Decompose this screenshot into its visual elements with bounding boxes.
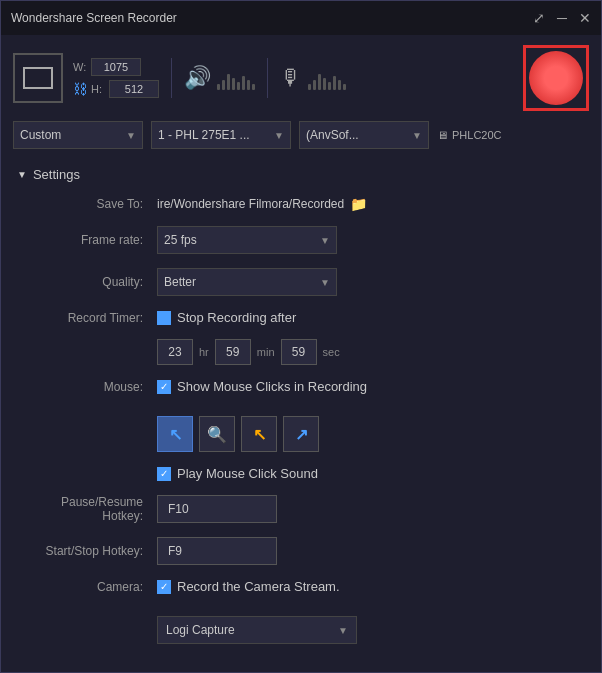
monitor-label: 🖥 PHLC20C bbox=[437, 129, 502, 141]
start-stop-hotkey-text: F9 bbox=[168, 544, 182, 558]
link-icon: ⛓ bbox=[73, 81, 87, 97]
camera-dropdown-arrow: ▼ bbox=[338, 625, 348, 636]
folder-icon[interactable]: 📁 bbox=[350, 196, 367, 212]
show-mouse-clicks-checkbox[interactable]: ✓ bbox=[157, 380, 171, 394]
cursor-btn-2[interactable]: ↖ bbox=[241, 416, 277, 452]
mouse-value: ✓ Show Mouse Clicks in Recording bbox=[157, 379, 585, 394]
cursor-style-value: ↖🔍↖↗ bbox=[157, 408, 585, 452]
quality-row: Quality: Better ▼ bbox=[17, 268, 585, 296]
frame-rate-text: 25 fps bbox=[164, 233, 197, 247]
play-sound-checkbox[interactable]: ✓ bbox=[157, 467, 171, 481]
mic-bars bbox=[308, 66, 346, 90]
resize-button[interactable]: ⤢ bbox=[533, 11, 545, 25]
save-to-label: Save To: bbox=[17, 197, 157, 211]
cursor-icons-row: ↖🔍↖↗ bbox=[157, 416, 319, 452]
volume-bar-4 bbox=[237, 82, 240, 90]
frame-rate-label: Frame rate: bbox=[17, 233, 157, 247]
timer-inputs: hr min sec bbox=[157, 339, 585, 365]
record-timer-value: Stop Recording after bbox=[157, 310, 585, 325]
width-label: W: bbox=[73, 61, 87, 73]
frame-rate-row: Frame rate: 25 fps ▼ bbox=[17, 226, 585, 254]
settings-header[interactable]: ▼ Settings bbox=[17, 167, 585, 182]
timer-inputs-row: hr min sec bbox=[17, 339, 585, 365]
volume-bar-6 bbox=[247, 80, 250, 90]
camera-dropdown[interactable]: Logi Capture ▼ bbox=[157, 616, 357, 644]
record-camera-checkbox[interactable]: ✓ bbox=[157, 580, 171, 594]
height-label: H: bbox=[91, 83, 105, 95]
speaker-icon: 🔊 bbox=[184, 65, 211, 91]
record-camera-checkbox-row: ✓ Record the Camera Stream. bbox=[157, 579, 340, 594]
close-button[interactable]: ✕ bbox=[579, 11, 591, 25]
record-button-container[interactable] bbox=[523, 45, 589, 111]
custom-dropdown-value: Custom bbox=[20, 128, 61, 142]
camera-row: Camera: ✓ Record the Camera Stream. bbox=[17, 579, 585, 594]
monitor-icon: 🖥 bbox=[437, 129, 448, 141]
height-input[interactable] bbox=[109, 80, 159, 98]
show-mouse-clicks-label: Show Mouse Clicks in Recording bbox=[177, 379, 367, 394]
show-mouse-clicks-row: ✓ Show Mouse Clicks in Recording bbox=[157, 379, 367, 394]
audio-section: 🔊 bbox=[184, 65, 255, 91]
quality-text: Better bbox=[164, 275, 196, 289]
pause-hotkey-label: Pause/Resume Hotkey: bbox=[17, 495, 157, 523]
mic-dropdown-arrow: ▼ bbox=[412, 130, 422, 141]
settings-triangle: ▼ bbox=[17, 169, 27, 180]
play-sound-row: ✓ Play Mouse Click Sound bbox=[17, 466, 585, 481]
dropdowns-row: Custom ▼ 1 - PHL 275E1 ... ▼ (AnvSof... … bbox=[1, 121, 601, 159]
mic-dropdown[interactable]: (AnvSof... ▼ bbox=[299, 121, 429, 149]
hr-unit: hr bbox=[199, 346, 209, 358]
monitor-name: PHLC20C bbox=[452, 129, 502, 141]
stop-recording-checkbox-row: Stop Recording after bbox=[157, 310, 296, 325]
quality-value: Better ▼ bbox=[157, 268, 585, 296]
camera-value: ✓ Record the Camera Stream. bbox=[157, 579, 585, 594]
pause-hotkey-display[interactable]: F10 bbox=[157, 495, 277, 523]
pause-hotkey-value: F10 bbox=[157, 495, 585, 523]
record-area-icon bbox=[23, 67, 53, 89]
pause-hotkey-text: F10 bbox=[168, 502, 189, 516]
mouse-row: Mouse: ✓ Show Mouse Clicks in Recording bbox=[17, 379, 585, 394]
mic-icon: 🎙 bbox=[280, 65, 302, 91]
volume-bar-5 bbox=[242, 76, 245, 90]
record-camera-label: Record the Camera Stream. bbox=[177, 579, 340, 594]
mouse-label: Mouse: bbox=[17, 380, 157, 394]
save-to-path: ire/Wondershare Filmora/Recorded bbox=[157, 197, 344, 211]
mic-dropdown-value: (AnvSof... bbox=[306, 128, 359, 142]
cursor-style-row: ↖🔍↖↗ bbox=[17, 408, 585, 452]
camera-label: Camera: bbox=[17, 580, 157, 594]
custom-dropdown[interactable]: Custom ▼ bbox=[13, 121, 143, 149]
volume-bar-2 bbox=[227, 74, 230, 90]
window-title: Wondershare Screen Recorder bbox=[11, 11, 177, 25]
height-row: ⛓ H: bbox=[73, 80, 159, 98]
quality-dropdown[interactable]: Better ▼ bbox=[157, 268, 337, 296]
save-to-value: ire/Wondershare Filmora/Recorded 📁 bbox=[157, 196, 585, 212]
record-button[interactable] bbox=[529, 51, 583, 105]
stop-recording-checkbox[interactable] bbox=[157, 311, 171, 325]
width-input[interactable] bbox=[91, 58, 141, 76]
width-row: W: bbox=[73, 58, 159, 76]
frame-rate-dropdown[interactable]: 25 fps ▼ bbox=[157, 226, 337, 254]
settings-section: ▼ Settings Save To: ire/Wondershare Film… bbox=[1, 159, 601, 672]
audio-dropdown[interactable]: 1 - PHL 275E1 ... ▼ bbox=[151, 121, 291, 149]
volume-bar-7 bbox=[343, 84, 346, 90]
record-timer-row: Record Timer: Stop Recording after bbox=[17, 310, 585, 325]
settings-label: Settings bbox=[33, 167, 80, 182]
minimize-button[interactable]: ─ bbox=[557, 11, 567, 25]
record-area-button[interactable] bbox=[13, 53, 63, 103]
volume-bars bbox=[217, 66, 255, 90]
start-stop-hotkey-row: Start/Stop Hotkey: F9 bbox=[17, 537, 585, 565]
volume-bar-4 bbox=[328, 82, 331, 90]
cursor-btn-0[interactable]: ↖ bbox=[157, 416, 193, 452]
hours-input[interactable] bbox=[157, 339, 193, 365]
dimension-box: W: ⛓ H: bbox=[73, 58, 159, 98]
volume-bar-0 bbox=[217, 84, 220, 90]
sec-unit: sec bbox=[323, 346, 340, 358]
seconds-input[interactable] bbox=[281, 339, 317, 365]
camera-dropdown-row: Logi Capture ▼ bbox=[17, 608, 585, 644]
check-mark-4: ✓ bbox=[160, 582, 168, 592]
start-stop-hotkey-display[interactable]: F9 bbox=[157, 537, 277, 565]
cursor-btn-1[interactable]: 🔍 bbox=[199, 416, 235, 452]
minutes-input[interactable] bbox=[215, 339, 251, 365]
play-sound-value: ✓ Play Mouse Click Sound bbox=[157, 466, 585, 481]
cursor-btn-3[interactable]: ↗ bbox=[283, 416, 319, 452]
play-sound-checkbox-row: ✓ Play Mouse Click Sound bbox=[157, 466, 318, 481]
main-window: Wondershare Screen Recorder ⤢ ─ ✕ W: ⛓ H… bbox=[0, 0, 602, 673]
